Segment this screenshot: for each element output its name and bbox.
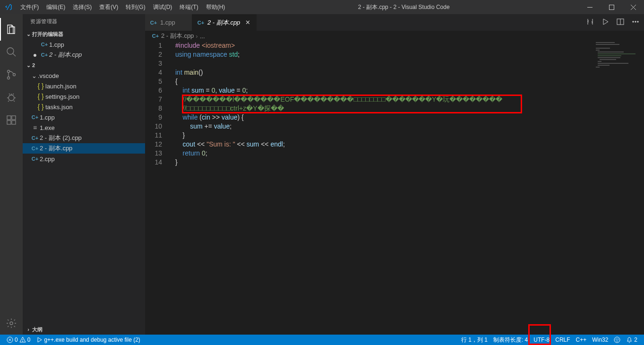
- open-editor-label: 1.cpp: [49, 41, 145, 48]
- cpp-file-icon: C+: [30, 145, 40, 152]
- section-open-editors-label: 打开的编辑器: [32, 31, 63, 38]
- more-actions-icon[interactable]: [632, 18, 639, 27]
- chevron-down-icon: ⌄: [30, 72, 38, 79]
- svg-point-19: [637, 21, 638, 22]
- tree-file[interactable]: ≡ 1.exe: [23, 122, 145, 133]
- close-tab-icon[interactable]: ✕: [244, 19, 251, 26]
- tree-file[interactable]: C+ 2.cpp: [23, 154, 145, 164]
- status-build-task[interactable]: g++.exe build and debug active file (2): [33, 335, 143, 345]
- svg-point-39: [616, 339, 617, 339]
- status-feedback-icon[interactable]: [611, 335, 623, 345]
- activity-explorer-icon[interactable]: [0, 18, 23, 41]
- cpp-file-icon: C+: [40, 51, 49, 59]
- svg-point-37: [22, 341, 23, 342]
- activity-bar: [0, 14, 23, 335]
- breadcrumb[interactable]: C+ 2 - 副本.cpp › ...: [145, 31, 644, 41]
- status-language[interactable]: C++: [573, 335, 590, 345]
- status-os[interactable]: Win32: [589, 335, 611, 345]
- file-label: launch.json: [45, 83, 145, 90]
- json-file-icon: { }: [36, 103, 45, 111]
- window-maximize-button[interactable]: [601, 0, 622, 14]
- file-label: 1.cpp: [40, 114, 145, 121]
- breadcrumb-file[interactable]: 2 - 副本.cpp: [161, 32, 194, 40]
- editor-tab[interactable]: C+ 2 - 副本.cpp ✕: [192, 14, 257, 31]
- menu-terminal[interactable]: 终端(T): [176, 0, 202, 14]
- tab-bar: C+ 1.cpp C+ 2 - 副本.cpp ✕: [145, 14, 644, 31]
- chevron-down-icon: ⌄: [25, 30, 32, 38]
- svg-rect-12: [12, 121, 16, 124]
- activity-debug-icon[interactable]: [0, 86, 23, 109]
- code-editor[interactable]: 1234567891011121314 #include <iostream>u…: [145, 41, 644, 335]
- cpp-file-icon: C+: [30, 113, 40, 121]
- cpp-file-icon: C+: [150, 19, 157, 26]
- section-workspace-label: 2: [32, 62, 35, 68]
- activity-settings-icon[interactable]: [0, 312, 23, 335]
- menu-view[interactable]: 查看(V): [95, 0, 122, 14]
- svg-rect-1: [609, 5, 614, 9]
- tree-file[interactable]: C+ 2 - 副本.cpp: [23, 143, 145, 154]
- warnings-count: 0: [27, 336, 31, 343]
- section-outline[interactable]: › 大纲: [23, 324, 145, 335]
- status-encoding[interactable]: UTF-8: [531, 335, 552, 345]
- status-indentation[interactable]: 制表符长度: 4: [490, 335, 531, 345]
- cpp-file-icon: C+: [40, 41, 49, 48]
- tree-file[interactable]: C+ 1.cpp: [23, 112, 145, 122]
- tree-file[interactable]: { } launch.json: [23, 81, 145, 91]
- file-label: 2 - 副本.cpp: [40, 144, 145, 153]
- breadcrumb-more[interactable]: ...: [200, 33, 205, 40]
- section-workspace[interactable]: ⌄ 2: [23, 60, 145, 70]
- tree-file[interactable]: { } tasks.json: [23, 102, 145, 112]
- svg-point-6: [8, 70, 10, 73]
- file-label: 1.exe: [40, 124, 145, 131]
- json-file-icon: { }: [36, 93, 45, 100]
- split-editor-icon[interactable]: [617, 18, 624, 27]
- menu-debug[interactable]: 调试(D): [149, 0, 176, 14]
- tree-folder[interactable]: ⌄ .vscode: [23, 70, 145, 81]
- status-notifications[interactable]: 2: [623, 335, 640, 345]
- tab-label: 2 - 副本.cpp: [207, 18, 240, 27]
- errors-count: 0: [15, 336, 18, 343]
- status-eol[interactable]: CRLF: [552, 335, 573, 345]
- activity-extensions-icon[interactable]: [0, 109, 23, 131]
- cpp-file-icon: C+: [197, 19, 205, 26]
- sidebar-explorer: 资源管理器 ⌄ 打开的编辑器 C+ 1.cpp ● C+ 2 - 副本.cpp …: [23, 14, 145, 335]
- status-cursor-position[interactable]: 行 1，列 1: [458, 335, 490, 345]
- section-open-editors[interactable]: ⌄ 打开的编辑器: [23, 29, 145, 39]
- folder-label: .vscode: [38, 72, 145, 79]
- menu-select[interactable]: 选择(S): [69, 0, 95, 14]
- file-label: settings.json: [45, 93, 145, 100]
- code-content[interactable]: #include <iostream>using namespace std; …: [169, 41, 644, 335]
- cpp-file-icon: C+: [30, 155, 40, 163]
- menu-edit[interactable]: 编辑(E): [43, 0, 69, 14]
- tree-file[interactable]: { } settings.json: [23, 91, 145, 102]
- menu-help[interactable]: 帮助(H): [202, 0, 229, 14]
- cpp-file-icon: C+: [152, 32, 159, 40]
- svg-point-18: [635, 21, 636, 22]
- tree-file[interactable]: C+ 2 - 副本 (2).cpp: [23, 133, 145, 143]
- editor-actions: [582, 14, 644, 31]
- activity-scm-icon[interactable]: [0, 63, 23, 86]
- activity-search-icon[interactable]: [0, 41, 23, 63]
- menu-goto[interactable]: 转到(G): [122, 0, 149, 14]
- svg-rect-10: [7, 116, 11, 120]
- build-task-label: g++.exe build and debug active file (2): [44, 336, 140, 343]
- window-minimize-button[interactable]: [579, 0, 601, 14]
- breadcrumb-separator-icon: ›: [196, 33, 197, 40]
- main-menu: 文件(F) 编辑(E) 选择(S) 查看(V) 转到(G) 调试(D) 终端(T…: [17, 0, 229, 14]
- compare-changes-icon[interactable]: [586, 18, 594, 27]
- editor-tab[interactable]: C+ 1.cpp: [145, 14, 192, 31]
- run-icon[interactable]: [601, 18, 609, 27]
- menu-file[interactable]: 文件(F): [17, 0, 43, 14]
- file-label: 2 - 副本 (2).cpp: [40, 134, 145, 142]
- svg-rect-11: [7, 121, 11, 124]
- file-label: 2.cpp: [40, 155, 145, 163]
- exe-file-icon: ≡: [30, 124, 40, 131]
- window-close-button[interactable]: [622, 0, 644, 14]
- open-editor-item[interactable]: ● C+ 2 - 副本.cpp: [23, 50, 145, 60]
- modified-indicator-icon[interactable]: ●: [30, 51, 40, 59]
- status-errors[interactable]: 0 0: [4, 335, 33, 345]
- sidebar-title: 资源管理器: [23, 14, 145, 29]
- svg-rect-13: [12, 116, 16, 120]
- open-editor-item[interactable]: C+ 1.cpp: [23, 39, 145, 50]
- section-outline-label: 大纲: [32, 326, 43, 333]
